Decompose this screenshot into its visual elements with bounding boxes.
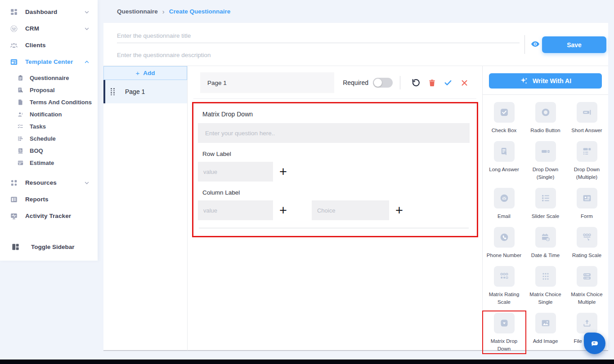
add-page-button[interactable]: + Add [103,66,187,80]
palette-tile-slider-scale[interactable]: Slider Scale [525,187,566,220]
page-list-item[interactable]: Page 1 [103,80,187,103]
short-answer-icon [583,108,592,117]
toggle-sidebar-icon [11,243,20,251]
editor-head-divider [193,98,476,99]
sidebar-item-boq[interactable]: BOQ [0,145,98,157]
chat-widget-button[interactable] [584,333,605,354]
sidebar-item-crm[interactable]: CRM [0,20,98,37]
sidebar-item-schedule[interactable]: Schedule [0,133,98,145]
add-page-label: Add [143,70,155,76]
page-name-input[interactable] [200,72,334,93]
add-row-plus-icon[interactable]: + [279,165,287,178]
toggle-sidebar-button[interactable]: Toggle Sidebar [0,243,98,251]
chevron-down-icon [84,9,90,15]
palette-tile-matrix-choice-single[interactable]: Matrix Choice Single [525,265,566,306]
check-box-icon [500,108,509,117]
proposal-icon [17,87,24,93]
sidebar-item-proposal[interactable]: Proposal [0,84,98,96]
undo-button[interactable] [410,77,421,89]
tasks-icon [17,123,24,130]
template-center-icon [10,58,18,66]
sidebar-item-label: Schedule [30,135,56,142]
palette-tile-radio-button[interactable]: Radio Button [525,101,566,134]
sidebar-item-tasks[interactable]: Tasks [0,120,98,133]
breadcrumb-separator-icon: › [162,8,165,15]
chat-icon [590,338,600,348]
sidebar-item-label: Questionnaire [30,75,69,81]
sidebar-item-label: BOQ [30,147,43,154]
required-toggle[interactable] [373,78,393,88]
breadcrumb-create-questionnaire: Create Questionnaire [169,8,231,15]
row-value-input[interactable] [198,162,273,182]
palette-tile-phone-number[interactable]: Phone Number [484,226,525,259]
palette-tile-drop-down-single[interactable]: Drop Down (Single) [525,140,566,181]
sidebar-item-estimate[interactable]: Estimate [0,157,98,169]
notification-icon [17,111,24,118]
palette-tile-long-answer[interactable]: Long Answer [484,140,525,181]
palette-tile-add-image[interactable]: Add Image [525,312,566,353]
required-label: Required [343,79,368,86]
palette-divider [483,94,608,95]
phone-number-icon [500,233,509,242]
sidebar-item-notification[interactable]: Notification [0,108,98,120]
sidebar-item-resources[interactable]: Resources [0,174,98,191]
add-image-icon [541,319,550,328]
sidebar-item-questionnaire[interactable]: Questionnaire [0,72,98,84]
add-column-plus-icon[interactable]: + [279,204,287,217]
palette-tile-form[interactable]: Form [566,187,608,220]
question-text-input[interactable] [198,123,470,143]
save-button[interactable]: Save [542,36,606,53]
breadcrumb-questionnaire[interactable]: Questionnaire [117,8,158,15]
row-label-heading: Row Label [202,151,470,157]
preview-eye-icon[interactable] [529,39,541,49]
question-type-grid: Check Box Radio Button Short Answer Long… [483,101,608,353]
reports-icon [10,195,18,204]
sidebar-item-label: Estimate [30,160,54,166]
palette-tile-matrix-drop-down[interactable]: Matrix Drop Down [484,312,525,353]
page-list-item-label: Page 1 [125,88,145,95]
questionnaire-title-input[interactable] [117,28,520,43]
file-upload-icon [583,319,592,328]
matrix-drop-down-editor-highlight: Matrix Drop Down Row Label + Column Labe… [192,102,478,237]
date-time-icon [541,233,550,242]
estimate-icon [17,160,24,166]
sidebar-item-label: Template Center [25,58,73,65]
sidebar-item-label: Notification [30,111,62,118]
palette-tile-email[interactable]: Email [484,187,525,220]
write-with-ai-button[interactable]: Write With AI [489,73,602,89]
template-center-submenu: Questionnaire Proposal Terms And Conditi… [0,70,98,170]
add-choice-plus-icon[interactable]: + [395,204,403,217]
delete-button[interactable] [426,77,438,89]
cancel-x-button[interactable] [458,77,470,89]
drag-handle-icon[interactable] [111,88,115,95]
sidebar-item-clients[interactable]: Clients [0,37,98,53]
column-value-input[interactable] [198,200,273,220]
palette-tile-drop-down-multiple[interactable]: Drop Down (Multiple) [566,140,608,181]
sidebar-item-terms[interactable]: Terms And Conditions [0,96,98,108]
bottom-bar [0,360,614,364]
schedule-icon [17,135,24,142]
resources-icon [10,179,18,187]
dashboard-icon [10,8,18,16]
controls-divider [400,76,400,89]
palette-tile-rating-scale[interactable]: Rating Scale [566,226,608,259]
sidebar-item-dashboard[interactable]: Dashboard [0,4,98,20]
palette-tile-date-time[interactable]: Date & Time [525,226,566,259]
rating-scale-icon [583,233,592,242]
questionnaire-description-input[interactable] [117,48,520,62]
clients-icon [10,41,18,49]
confirm-check-button[interactable] [442,77,454,89]
palette-tile-matrix-choice-multiple[interactable]: Matrix Choice Multiple [566,265,608,306]
breadcrumb: Questionnaire › Create Questionnaire [103,0,608,23]
palette-tile-check-box[interactable]: Check Box [484,101,525,134]
sidebar-item-activity-tracker[interactable]: Activity Tracker [0,208,98,224]
palette-tile-matrix-rating-scale[interactable]: Matrix Rating Scale [484,265,525,306]
header-divider [524,35,525,54]
question-type-title: Matrix Drop Down [202,111,470,118]
column-label-heading: Column Label [202,189,470,196]
long-answer-icon [500,147,509,156]
sidebar-item-reports[interactable]: Reports [0,191,98,208]
choice-value-input[interactable] [312,200,389,220]
palette-tile-short-answer[interactable]: Short Answer [566,101,608,134]
sidebar-item-template-center[interactable]: Template Center [0,53,98,70]
